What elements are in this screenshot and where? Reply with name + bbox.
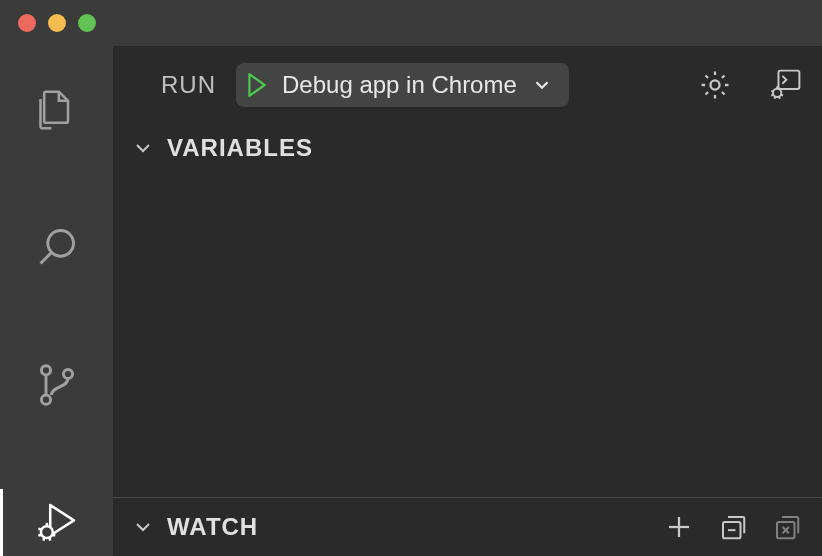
svg-line-20 — [779, 97, 780, 99]
watch-section-header[interactable]: WATCH — [113, 498, 822, 556]
collapse-all-button[interactable] — [718, 512, 748, 542]
collapse-all-icon — [718, 512, 748, 542]
run-header: RUN Debug app in Chrome — [113, 46, 822, 124]
svg-line-1 — [40, 253, 51, 264]
chevron-down-icon — [131, 136, 155, 160]
svg-line-11 — [49, 537, 50, 540]
watch-section-title: WATCH — [167, 513, 258, 541]
svg-line-18 — [781, 95, 783, 96]
svg-point-5 — [40, 526, 52, 538]
explorer-activity[interactable] — [0, 76, 113, 144]
svg-line-19 — [775, 97, 776, 99]
play-icon — [246, 72, 268, 98]
files-icon — [35, 88, 79, 132]
search-icon — [35, 225, 79, 269]
variables-section-title: VARIABLES — [167, 134, 313, 162]
svg-line-10 — [43, 537, 44, 540]
svg-line-7 — [38, 529, 41, 530]
svg-line-16 — [771, 91, 773, 92]
variables-section-body — [113, 172, 822, 497]
debug-sidebar: RUN Debug app in Chrome — [113, 46, 822, 556]
svg-line-8 — [38, 535, 41, 536]
add-expression-button[interactable] — [664, 512, 694, 542]
minimize-window-button[interactable] — [48, 14, 66, 32]
debug-config-name: Debug app in Chrome — [282, 71, 517, 99]
debug-console-button[interactable] — [768, 68, 802, 102]
close-all-icon — [772, 512, 802, 542]
git-branch-icon — [35, 363, 79, 407]
svg-point-14 — [773, 89, 781, 97]
svg-line-17 — [771, 95, 773, 96]
svg-point-2 — [41, 366, 50, 375]
remove-all-button[interactable] — [772, 512, 802, 542]
run-debug-activity[interactable] — [0, 489, 113, 557]
svg-line-9 — [51, 535, 54, 536]
source-control-activity[interactable] — [0, 351, 113, 419]
plus-icon — [664, 512, 694, 542]
search-activity[interactable] — [0, 214, 113, 282]
svg-point-4 — [63, 369, 72, 378]
svg-point-0 — [47, 231, 73, 257]
activity-bar — [0, 46, 113, 556]
svg-point-12 — [710, 80, 719, 89]
window-titlebar — [0, 0, 822, 46]
debug-console-icon — [768, 68, 802, 102]
run-debug-icon — [35, 500, 79, 544]
close-window-button[interactable] — [18, 14, 36, 32]
run-label: RUN — [161, 71, 216, 99]
chevron-down-icon — [531, 74, 553, 96]
chevron-down-icon — [131, 515, 155, 539]
maximize-window-button[interactable] — [78, 14, 96, 32]
gear-icon — [698, 68, 732, 102]
svg-point-3 — [41, 395, 50, 404]
svg-rect-13 — [778, 71, 799, 89]
debug-config-selector[interactable]: Debug app in Chrome — [236, 63, 569, 107]
variables-section-header[interactable]: VARIABLES — [113, 124, 822, 172]
debug-settings-button[interactable] — [698, 68, 732, 102]
